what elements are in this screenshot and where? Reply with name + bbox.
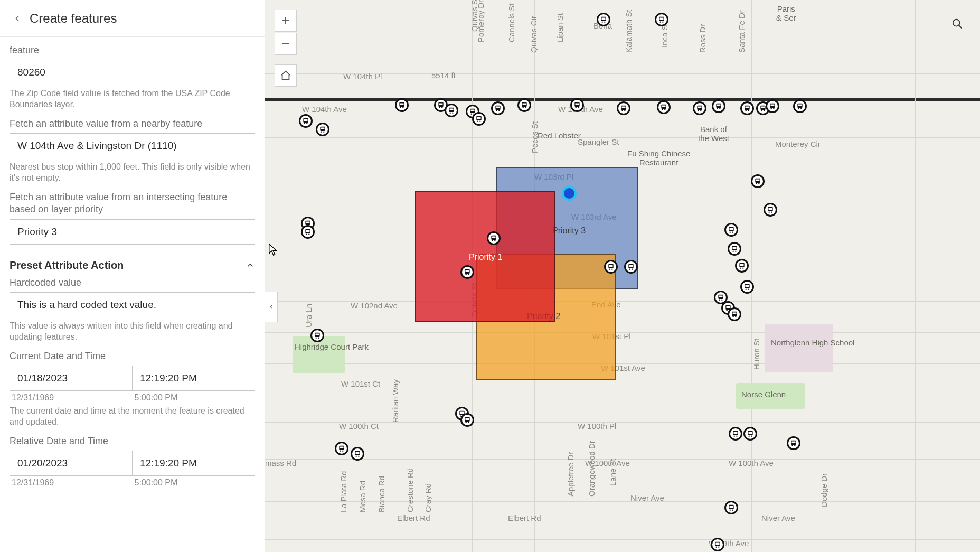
- road-label: W 100th Ave: [729, 459, 774, 467]
- svg-point-63: [576, 107, 577, 108]
- road-label: Inca St: [660, 23, 669, 48]
- chevron-up-icon: [246, 260, 255, 270]
- bus-stop-icon[interactable]: [604, 260, 618, 274]
- road-label: Orangewood Dr: [587, 441, 596, 497]
- bus-stop-icon[interactable]: [793, 99, 807, 113]
- preset-section-header[interactable]: Preset Attribute Action: [10, 259, 255, 272]
- svg-point-47: [471, 114, 472, 115]
- zoom-out-button[interactable]: [275, 33, 297, 55]
- nearby-input[interactable]: [10, 133, 255, 158]
- road-label: W 101st Ct: [341, 379, 380, 388]
- bus-stop-icon[interactable]: [657, 100, 671, 114]
- bus-stop-icon[interactable]: [395, 98, 409, 112]
- bus-stop-icon[interactable]: [597, 13, 610, 26]
- map-canvas[interactable]: W 104th Pl 5514 ft W 104th Ave W 104th A…: [265, 0, 980, 552]
- bus-stop-icon[interactable]: [335, 442, 348, 455]
- svg-point-52: [479, 121, 480, 122]
- bus-stop-icon[interactable]: [460, 265, 474, 279]
- svg-rect-82: [746, 107, 749, 109]
- svg-rect-34: [400, 104, 404, 106]
- current-date-input[interactable]: [10, 366, 133, 391]
- bus-stop-icon[interactable]: [728, 307, 741, 321]
- bus-stop-icon[interactable]: [751, 174, 765, 188]
- home-button[interactable]: [275, 64, 297, 87]
- svg-point-144: [732, 232, 733, 233]
- bus-stop-icon[interactable]: [445, 104, 458, 117]
- svg-point-43: [450, 113, 451, 114]
- bus-stop-icon[interactable]: [299, 114, 313, 128]
- svg-point-31: [356, 456, 357, 457]
- relative-time-input[interactable]: [133, 451, 255, 476]
- bus-stop-icon[interactable]: [517, 98, 531, 112]
- bus-stop-icon[interactable]: [655, 13, 668, 26]
- svg-rect-74: [698, 107, 702, 109]
- bus-stop-icon[interactable]: [743, 427, 757, 441]
- bus-stop-icon[interactable]: [491, 101, 505, 115]
- road-label: Cray Rd: [423, 483, 432, 512]
- bus-stop-icon[interactable]: [693, 101, 706, 115]
- bus-stop-icon[interactable]: [310, 329, 324, 342]
- bus-stop-icon[interactable]: [624, 260, 638, 274]
- bus-stop-icon[interactable]: [787, 436, 800, 450]
- svg-point-88: [764, 110, 765, 111]
- bus-stop-icon[interactable]: [487, 231, 501, 245]
- back-button[interactable]: [10, 11, 25, 26]
- current-date-sub: 12/31/1969: [10, 393, 133, 403]
- zoom-in-button[interactable]: [275, 10, 297, 32]
- relative-time-sub: 5:00:00 PM: [133, 478, 256, 488]
- road-label: Dodge Dr: [819, 473, 828, 507]
- selected-point-marker[interactable]: [562, 186, 577, 201]
- zip-code-input[interactable]: [10, 60, 255, 85]
- bus-stop-icon[interactable]: [460, 413, 474, 427]
- svg-rect-134: [727, 306, 730, 308]
- road-label: Ura Ln: [304, 304, 313, 328]
- panel-scroll[interactable]: feature The Zip Code field value is fetc…: [0, 37, 265, 552]
- bus-stop-icon[interactable]: [351, 447, 364, 461]
- bus-stop-icon[interactable]: [728, 242, 741, 256]
- bus-stop-icon[interactable]: [472, 112, 486, 126]
- svg-rect-78: [717, 105, 721, 107]
- search-button[interactable]: [946, 13, 968, 35]
- poly-priority-1[interactable]: Priority 1: [415, 191, 555, 322]
- current-time-input[interactable]: [133, 366, 255, 391]
- bus-stop-icon[interactable]: [766, 99, 779, 113]
- bus-stop-icon[interactable]: [729, 427, 742, 441]
- svg-point-40: [441, 107, 442, 108]
- bus-stop-icon[interactable]: [740, 280, 754, 294]
- panel-collapse-tab[interactable]: [265, 292, 278, 322]
- bus-stop-icon[interactable]: [724, 501, 738, 514]
- bus-stop-icon[interactable]: [711, 538, 724, 551]
- svg-point-79: [717, 108, 718, 109]
- svg-point-67: [622, 110, 623, 111]
- bus-stop-icon[interactable]: [740, 101, 754, 115]
- svg-point-159: [749, 436, 750, 437]
- road-label: Bianca Rd: [377, 476, 386, 512]
- svg-point-20: [308, 234, 309, 235]
- svg-rect-50: [477, 117, 481, 119]
- bus-stop-icon[interactable]: [724, 223, 738, 237]
- bus-stop-icon[interactable]: [301, 225, 315, 239]
- svg-point-119: [492, 240, 493, 241]
- bus-stop-icon[interactable]: [764, 203, 777, 217]
- hardcoded-input[interactable]: [10, 292, 255, 317]
- relative-date-input[interactable]: [10, 451, 133, 476]
- svg-rect-70: [662, 106, 666, 108]
- svg-point-92: [773, 108, 774, 109]
- bus-stop-icon[interactable]: [316, 123, 329, 136]
- priority-input[interactable]: [10, 219, 255, 245]
- create-features-panel: Create features feature The Zip Code fie…: [0, 0, 265, 552]
- svg-line-4: [959, 25, 962, 29]
- svg-point-7: [304, 123, 305, 124]
- road-label: Santa Fe Dr: [737, 10, 746, 53]
- svg-point-3: [953, 20, 960, 26]
- svg-point-172: [718, 547, 719, 548]
- svg-rect-162: [756, 180, 760, 182]
- svg-point-171: [716, 547, 717, 548]
- bus-stop-icon[interactable]: [712, 99, 725, 113]
- panel-title: Create features: [30, 11, 117, 26]
- bus-stop-icon[interactable]: [735, 259, 749, 273]
- bus-stop-icon[interactable]: [617, 101, 630, 115]
- road: [265, 501, 980, 502]
- bus-stop-icon[interactable]: [570, 98, 584, 112]
- svg-rect-18: [306, 230, 310, 232]
